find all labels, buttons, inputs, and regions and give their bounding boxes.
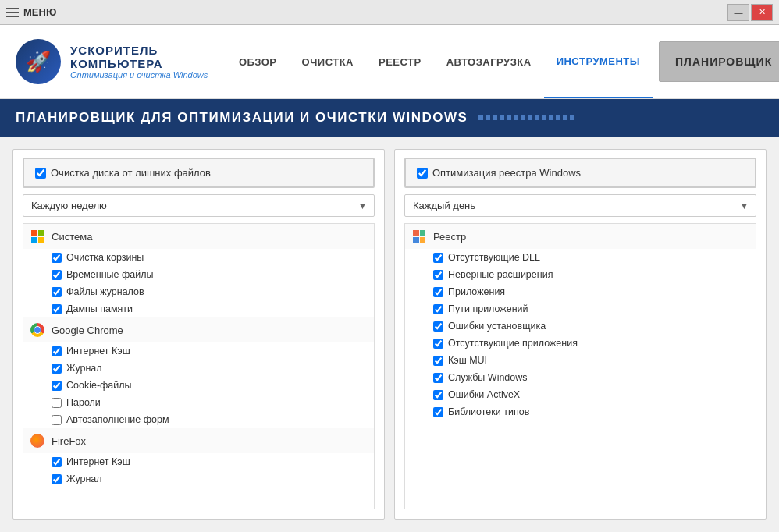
disk-cleanup-checkbox[interactable] <box>35 168 46 179</box>
list-item: Отсутствующие приложения <box>405 335 756 352</box>
list-item: Автозаполнение форм <box>23 411 374 428</box>
right-frequency-select[interactable]: Каждый деньКаждую неделюКаждый месяц ▼ <box>404 194 756 217</box>
list-item: Неверные расширения <box>405 266 756 283</box>
chrome-group-label: Google Chrome <box>52 325 123 336</box>
minimize-button[interactable]: — <box>727 4 749 21</box>
app-paths-checkbox[interactable] <box>433 304 443 314</box>
chrome-cookies-checkbox[interactable] <box>52 381 62 391</box>
firefox-history-checkbox[interactable] <box>52 474 62 484</box>
chrome-icon <box>30 322 45 338</box>
chrome-history-label: Журнал <box>66 363 102 374</box>
left-frequency-dropdown[interactable]: Каждый деньКаждую неделюКаждый месяц <box>23 194 375 217</box>
nav-registry[interactable]: РЕЕСТР <box>366 25 434 98</box>
log-files-label: Файлы журналов <box>66 286 144 297</box>
nav-area: ОБЗОР ОЧИСТКА РЕЕСТР АВТОЗАГРУЗКА ИНСТРУ… <box>226 25 779 98</box>
left-frequency-select[interactable]: Каждый деньКаждую неделюКаждый месяц ▼ <box>23 194 375 217</box>
chrome-autofill-checkbox[interactable] <box>52 415 62 425</box>
list-item: Библиотеки типов <box>405 403 756 420</box>
temp-files-checkbox[interactable] <box>52 270 62 280</box>
nav-scheduler[interactable]: ПЛАНИРОВЩИК <box>659 41 779 82</box>
nav-autostart[interactable]: АВТОЗАГРУЗКА <box>434 25 544 98</box>
firefox-icon <box>30 433 45 449</box>
windows-services-checkbox[interactable] <box>433 373 443 383</box>
chrome-passwords-label: Пароли <box>66 397 101 408</box>
page-title-dots <box>478 115 574 120</box>
missing-apps-checkbox[interactable] <box>433 339 443 349</box>
mui-cache-label: Кэш MUI <box>448 355 487 366</box>
system-group-label: Система <box>52 231 92 243</box>
firefox-group-label: FireFox <box>52 435 86 447</box>
list-item: Кэш MUI <box>405 352 756 369</box>
recycle-bin-label: Очистка корзины <box>66 252 144 263</box>
list-item: Временные файлы <box>23 266 374 283</box>
list-item: Отсутствующие DLL <box>405 249 756 266</box>
list-item: Очистка корзины <box>23 249 374 266</box>
mui-cache-checkbox[interactable] <box>433 356 443 366</box>
memory-dumps-label: Дампы памяти <box>66 303 133 314</box>
nav-tools[interactable]: ИНСТРУМЕНТЫ <box>544 25 653 98</box>
missing-apps-label: Отсутствующие приложения <box>448 338 578 349</box>
close-button[interactable]: ✕ <box>751 4 773 21</box>
list-item: Службы Windows <box>405 369 756 386</box>
logo-area: 🚀 УСКОРИТЕЛЬ КОМПЬЮТЕРА Оптимизация и оч… <box>0 39 226 84</box>
list-item: Журнал <box>23 470 374 488</box>
logo-title: УСКОРИТЕЛЬ КОМПЬЮТЕРА <box>70 44 211 70</box>
title-bar-left: МЕНЮ <box>6 6 56 18</box>
type-libraries-checkbox[interactable] <box>433 407 443 417</box>
right-panel: Оптимизация реестра Windows Каждый деньК… <box>394 149 767 520</box>
firefox-group-header: FireFox <box>23 428 374 453</box>
menu-label: МЕНЮ <box>23 6 56 18</box>
left-panel: Очистка диска от лишних файлов Каждый де… <box>12 149 385 520</box>
chrome-autofill-label: Автозаполнение форм <box>66 414 169 425</box>
title-bar-controls: — ✕ <box>727 4 773 21</box>
missing-dll-checkbox[interactable] <box>433 253 443 263</box>
firefox-cache-checkbox[interactable] <box>52 457 62 467</box>
chrome-cache-label: Интернет Кэш <box>66 346 130 356</box>
disk-cleanup-label: Очистка диска от лишних файлов <box>51 167 211 179</box>
nav-cleanup[interactable]: ОЧИСТКА <box>290 25 366 98</box>
system-group-header: Система <box>23 224 374 249</box>
list-item: Ошибки ActiveX <box>405 386 756 403</box>
logo-circle: 🚀 <box>16 39 61 84</box>
chrome-history-checkbox[interactable] <box>52 364 62 374</box>
chrome-cache-checkbox[interactable] <box>52 346 62 356</box>
title-bar: МЕНЮ — ✕ <box>0 0 779 25</box>
missing-dll-label: Отсутствующие DLL <box>448 252 540 263</box>
chrome-passwords-checkbox[interactable] <box>52 398 62 408</box>
chrome-cookies-label: Cookie-файлы <box>66 380 132 391</box>
recycle-bin-checkbox[interactable] <box>52 253 62 263</box>
registry-icon <box>411 229 427 244</box>
hamburger-icon[interactable] <box>6 8 19 17</box>
page-title-text: ПЛАНИРОВЩИК ДЛЯ ОПТИМИЗАЦИИ И ОЧИСТКИ WI… <box>16 110 468 126</box>
windows-services-label: Службы Windows <box>448 372 528 383</box>
memory-dumps-checkbox[interactable] <box>52 304 62 314</box>
temp-files-label: Временные файлы <box>66 269 154 280</box>
applications-checkbox[interactable] <box>433 287 443 297</box>
registry-optimize-checkbox[interactable] <box>417 168 428 179</box>
installer-errors-checkbox[interactable] <box>433 321 443 332</box>
activex-errors-label: Ошибки ActiveX <box>448 389 520 400</box>
list-item: Файлы журналов <box>23 283 374 300</box>
list-item: Пути приложений <box>405 300 756 317</box>
firefox-history-label: Журнал <box>66 473 102 484</box>
right-panel-header: Оптимизация реестра Windows <box>404 158 756 188</box>
right-items-list[interactable]: Реестр Отсутствующие DLL Неверные расшир… <box>404 223 756 509</box>
right-frequency-dropdown[interactable]: Каждый деньКаждую неделюКаждый месяц <box>404 194 756 217</box>
activex-errors-checkbox[interactable] <box>433 390 443 400</box>
header: 🚀 УСКОРИТЕЛЬ КОМПЬЮТЕРА Оптимизация и оч… <box>0 25 779 99</box>
wrong-extensions-label: Неверные расширения <box>448 269 553 280</box>
list-item: Пароли <box>23 394 374 411</box>
applications-label: Приложения <box>448 286 505 297</box>
list-item: Ошибки установщика <box>405 317 756 335</box>
nav-overview[interactable]: ОБЗОР <box>226 25 290 98</box>
list-item: Дампы памяти <box>23 300 374 317</box>
page-title-bar: ПЛАНИРОВЩИК ДЛЯ ОПТИМИЗАЦИИ И ОЧИСТКИ WI… <box>0 99 779 137</box>
list-item: Журнал <box>23 360 374 377</box>
registry-optimize-label: Оптимизация реестра Windows <box>432 167 581 179</box>
left-items-list[interactable]: Система Очистка корзины Временные файлы … <box>23 223 375 509</box>
installer-errors-label: Ошибки установщика <box>448 321 546 332</box>
log-files-checkbox[interactable] <box>52 287 62 297</box>
list-item: Интернет Кэш <box>23 342 374 360</box>
registry-group-label: Реестр <box>433 231 466 243</box>
wrong-extensions-checkbox[interactable] <box>433 270 443 280</box>
